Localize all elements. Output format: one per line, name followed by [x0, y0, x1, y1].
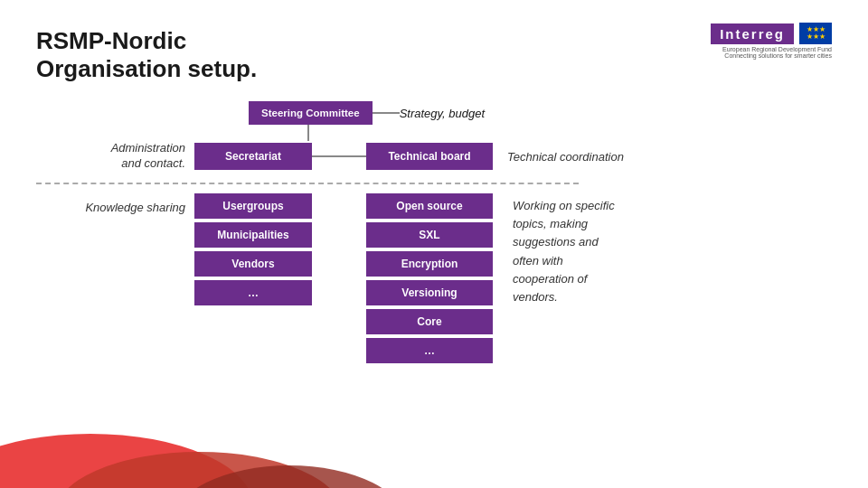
knowledge-label: Knowledge sharing [36, 193, 194, 214]
groups-column: Usergroups Municipalities Vendors … [194, 193, 312, 305]
group-box-vendors: Vendors [194, 251, 312, 277]
eu-flag: ★★★ ★★★ [799, 23, 832, 44]
dashed-divider [36, 183, 579, 184]
steering-committee-box: Steering Committee [249, 101, 373, 125]
h-connector-mid [312, 155, 366, 157]
tb-item-versioning: Versioning [366, 280, 493, 305]
working-text: Working on specific topics, making sugge… [513, 197, 615, 306]
group-box-usergroups: Usergroups [194, 193, 312, 219]
group-box-municipalities: Municipalities [194, 222, 312, 248]
interreg-logo: Interreg [711, 23, 794, 44]
h-connector-top [373, 112, 400, 114]
logo-area: Interreg ★★★ ★★★ European Regional Devel… [711, 23, 832, 59]
tech-coord-label: Technical coordination [507, 150, 624, 164]
bottom-decoration [0, 416, 868, 488]
logo-subtitle: European Regional Development FundConnec… [722, 46, 832, 59]
tb-item-core: Core [366, 309, 493, 334]
tb-items-column: Open source SXL Encryption Versioning Co… [366, 193, 493, 363]
tb-item-opensource: Open source [366, 193, 493, 219]
technical-board-box: Technical board [366, 143, 493, 170]
secretariat-box: Secretariat [194, 143, 312, 170]
tb-item-sxl: SXL [366, 222, 493, 248]
v-connector-1 [307, 125, 309, 141]
tb-item-ellipsis: … [366, 338, 493, 363]
strategy-budget-label: Strategy, budget [400, 107, 485, 120]
group-box-ellipsis: … [194, 280, 312, 305]
admin-label: Administration and contact. [36, 141, 194, 172]
tb-item-encryption: Encryption [366, 251, 493, 277]
slide: Interreg ★★★ ★★★ European Regional Devel… [0, 0, 868, 488]
